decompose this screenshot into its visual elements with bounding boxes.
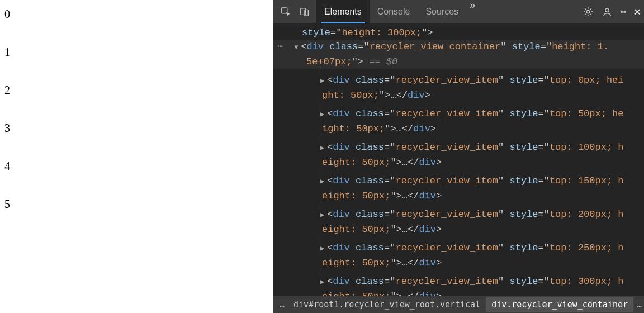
dom-child-node-wrap[interactable]: eight: 50px;">…</div> <box>273 290 644 296</box>
breadcrumb-item-active[interactable]: div.recycler_view_container <box>486 297 633 312</box>
dom-child-node[interactable]: ▶<div class="recycler_view_item" style="… <box>273 270 644 290</box>
inspect-element-icon[interactable] <box>277 3 294 20</box>
breadcrumb-bar: … div#root1.recycler_view_root.vertical … <box>273 296 644 313</box>
dom-child-node-wrap[interactable]: eight: 50px;">…</div> <box>273 155 644 169</box>
more-tabs-chevron-icon[interactable]: » <box>466 0 479 23</box>
devtools-toolbar: Elements Console Sources » ⋯ ✕ <box>273 0 644 23</box>
svg-rect-1 <box>301 8 306 15</box>
page-list-item: 4 <box>0 152 273 190</box>
account-icon[interactable] <box>599 3 615 20</box>
dom-child-node[interactable]: ▶<div class="recycler_view_item" style="… <box>273 203 644 222</box>
tab-console[interactable]: Console <box>370 0 418 23</box>
dom-child-node-wrap[interactable]: eight: 50px;">…</div> <box>273 222 644 236</box>
dom-child-node-wrap[interactable]: eight: 50px;">…</div> <box>273 256 644 270</box>
tab-elements[interactable]: Elements <box>316 0 370 23</box>
breadcrumb-ellipsis-right[interactable]: … <box>633 300 644 310</box>
close-devtools-icon[interactable]: ✕ <box>629 4 644 18</box>
dom-child-node[interactable]: ▶<div class="recycler_view_item" style="… <box>273 236 644 256</box>
dom-selected-node-open-wrap[interactable]: 5e+07px;"> == $0 <box>273 55 644 69</box>
kebab-menu-icon[interactable]: ⋯ <box>617 6 629 18</box>
breadcrumb-ellipsis-left[interactable]: … <box>276 300 288 310</box>
dom-child-node-wrap[interactable]: ght: 50px;">…</div> <box>273 88 644 102</box>
devtools-tabs: Elements Console Sources » <box>316 0 479 23</box>
page-scroll-area[interactable]: 012345 <box>0 0 273 235</box>
dom-child-node[interactable]: ▶<div class="recycler_view_item" style="… <box>273 136 644 155</box>
dom-child-node[interactable]: ▶<div class="recycler_view_item" style="… <box>273 69 644 88</box>
dom-child-node[interactable]: ▶<div class="recycler_view_item" style="… <box>273 102 644 122</box>
breadcrumb-item[interactable]: div#root1.recycler_view_root.vertical <box>288 297 486 312</box>
dom-child-node-wrap[interactable]: ight: 50px;">…</div> <box>273 122 644 136</box>
page-list-item: 0 <box>0 0 273 38</box>
dom-selected-node-open[interactable]: ⋯▼<div class="recycler_view_container" s… <box>273 40 644 55</box>
dom-child-node-wrap[interactable]: eight: 50px;">…</div> <box>273 189 644 203</box>
dom-attr-line[interactable]: style="height: 300px;"> <box>273 26 644 40</box>
page-list-item: 1 <box>0 38 273 76</box>
page-list-item: 3 <box>0 114 273 152</box>
page-list-item: 2 <box>0 76 273 114</box>
svg-point-4 <box>605 8 609 12</box>
devtools-pane: Elements Console Sources » ⋯ ✕ style="he… <box>273 0 644 313</box>
dom-child-node[interactable]: ▶<div class="recycler_view_item" style="… <box>273 169 644 189</box>
svg-point-3 <box>586 10 589 13</box>
rendered-page-pane: 012345 <box>0 0 273 313</box>
settings-gear-icon[interactable] <box>580 3 596 20</box>
page-list-item: 5 <box>0 190 273 228</box>
tab-sources[interactable]: Sources <box>418 0 466 23</box>
device-toolbar-icon[interactable] <box>296 3 313 20</box>
elements-dom-tree[interactable]: style="height: 300px;"> ⋯▼<div class="re… <box>273 23 644 296</box>
